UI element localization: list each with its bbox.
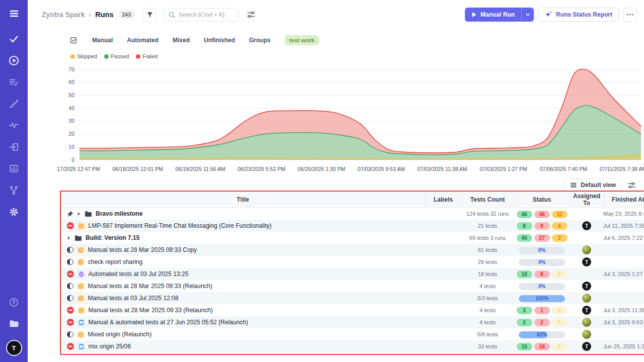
run-title-link[interactable]: Manual & automated tests at 27 Jun 2025 … <box>89 319 249 326</box>
filter-button[interactable] <box>143 8 156 22</box>
folder-icon <box>74 235 82 241</box>
expand-caret-icon[interactable] <box>77 212 81 216</box>
active-filter-badge[interactable]: test work <box>285 35 319 45</box>
run-row[interactable]: LMP-587 Implement Real-Time Chat Messagi… <box>61 220 644 232</box>
run-title-link[interactable]: LMP-587 Implement Real-Time Chat Messagi… <box>89 222 272 229</box>
runs-play-icon[interactable] <box>8 54 21 67</box>
legend-passed[interactable]: Passed <box>104 53 129 59</box>
finished-at-cell: May 23, 2025 8:49 AM <box>603 208 644 220</box>
milestones-steps-icon[interactable] <box>8 97 21 110</box>
passed-count-badge: 3 <box>517 307 532 314</box>
run-row[interactable]: Manual tests at 28 Mar 2025 09:33 Copy61… <box>61 244 644 256</box>
versions-branch-icon[interactable] <box>8 184 21 197</box>
tab-automated[interactable]: Automated <box>127 37 158 44</box>
default-view-button[interactable]: Default view <box>564 178 622 192</box>
run-row[interactable]: Bravo milestone124 tests 32 runs464632Ma… <box>61 208 644 220</box>
run-title-link[interactable]: Manual tests at 03 Jul 2025 12:08 <box>88 295 179 302</box>
sidebar: ? T <box>0 0 28 362</box>
tab-mixed[interactable]: Mixed <box>173 37 190 44</box>
bulk-select-icon[interactable] <box>69 36 78 45</box>
tab-unfinished[interactable]: Unfinished <box>204 37 235 44</box>
x-axis-label: 07/03/2025 9:53 AM <box>358 166 405 172</box>
runs-status-report-button[interactable]: Runs Status Report <box>538 8 619 22</box>
view-settings-sliders-icon[interactable] <box>627 181 636 190</box>
import-icon[interactable] <box>8 140 21 153</box>
run-row[interactable]: Manual tests at 03 Jul 2025 12:083/3 tes… <box>61 292 644 304</box>
run-row[interactable]: Automated tests at 03 Jul 2025 13:2518 t… <box>61 268 644 280</box>
tasks-check-icon[interactable] <box>8 32 21 45</box>
menu-icon[interactable] <box>8 7 21 20</box>
assigned-to-cell <box>570 232 603 244</box>
tab-groups[interactable]: Groups <box>249 37 271 44</box>
skipped-count-badge: 0 <box>552 343 568 350</box>
run-row[interactable]: Mixed origin (Relaunch)5/8 tests62% <box>61 328 644 340</box>
run-title-link[interactable]: Mixed origin (Relaunch) <box>88 331 152 338</box>
reports-chart-icon[interactable] <box>8 162 21 175</box>
legend-dot-icon <box>136 54 140 59</box>
run-title-group: Manual tests at 28 Mar 2025 09:33 (Relau… <box>67 307 425 314</box>
run-row[interactable]: Build: Version 7.1569 tests 3 runs40272J… <box>61 232 644 244</box>
manual-origin-icon <box>77 246 85 254</box>
search-input[interactable] <box>179 12 234 18</box>
breadcrumb-project[interactable]: Zyntra Spark <box>42 11 85 19</box>
status-cell: 100% <box>514 292 570 304</box>
expand-caret-icon[interactable] <box>67 236 71 240</box>
passed-count-badge: 46 <box>517 211 532 218</box>
column-header-tests-count[interactable]: Tests Count <box>461 192 514 208</box>
run-title-link[interactable]: Manual tests at 28 Mar 2025 09:33 Copy <box>88 246 197 253</box>
test-cases-list-icon[interactable] <box>8 75 21 88</box>
run-row[interactable]: Manual tests at 28 Mar 2025 09:33 (Relau… <box>61 304 644 316</box>
run-row[interactable]: Manual & automated tests at 27 Jun 2025 … <box>61 316 644 328</box>
finished-at-cell <box>603 244 644 256</box>
column-header-status[interactable]: Status <box>514 192 570 208</box>
search-box[interactable] <box>164 8 239 22</box>
failed-count-badge: 8 <box>534 270 550 278</box>
chart-legend: SkippedPassedFailed <box>70 53 157 59</box>
run-title-link[interactable]: Manual tests at 28 Mar 2025 09:33 (Relau… <box>88 283 212 290</box>
passed-count-badge: 15 <box>517 343 532 350</box>
column-header-labels[interactable]: Labels <box>425 192 461 208</box>
assignee-avatar: T <box>582 282 591 291</box>
failed-count-badge: 18 <box>534 343 550 350</box>
settings-gear-icon[interactable] <box>8 205 21 218</box>
run-title-link[interactable]: Automated tests at 03 Jul 2025 13:25 <box>89 270 189 278</box>
progress-label: 0% <box>519 283 565 290</box>
run-row[interactable]: Manual tests at 28 Mar 2025 09:33 (Relau… <box>61 280 644 292</box>
column-header-finished-at[interactable]: Finished At <box>603 192 644 208</box>
run-row[interactable]: check report sharing29 tests0%T <box>61 256 644 268</box>
legend-skipped[interactable]: Skipped <box>70 53 97 59</box>
activity-pulse-icon[interactable] <box>8 119 21 132</box>
progress-bar: 0% <box>519 259 565 266</box>
progress-bar: 62% <box>519 331 565 338</box>
tab-manual[interactable]: Manual <box>92 37 113 44</box>
documents-folder-icon[interactable] <box>8 317 21 330</box>
more-actions-button[interactable] <box>623 8 637 22</box>
in-progress-status-icon <box>67 283 73 290</box>
user-avatar[interactable]: T <box>7 341 21 355</box>
help-icon[interactable]: ? <box>8 296 21 309</box>
status-cell: 464632 <box>514 208 570 220</box>
column-header-assigned-to[interactable]: Assigned To <box>570 192 603 208</box>
manual-run-dropdown-button[interactable] <box>521 8 534 22</box>
tests-count-cell: 4 tests <box>461 280 514 292</box>
run-title-link[interactable]: Build: Version 7.15 <box>86 234 139 241</box>
failed-count-badge: 27 <box>534 234 550 242</box>
x-axis-label: 06/19/2025 11:56 AM <box>176 166 225 172</box>
run-row[interactable]: mix origin 25/0633 tests15180TJun 25, 20… <box>61 340 644 352</box>
x-axis-label: 17/2025 12:47 PM <box>57 166 100 172</box>
run-title-link[interactable]: Manual tests at 28 Mar 2025 09:33 (Relau… <box>89 307 213 314</box>
search-settings-sliders-icon[interactable] <box>247 10 256 19</box>
labels-cell <box>425 316 461 328</box>
run-title-link[interactable]: mix origin 25/06 <box>89 343 131 350</box>
legend-failed[interactable]: Failed <box>136 53 157 59</box>
stopped-status-icon <box>67 307 74 314</box>
run-title-link[interactable]: check report sharing <box>88 258 143 265</box>
manual-run-button[interactable]: Manual Run <box>465 8 521 22</box>
column-header-title[interactable]: Title <box>61 192 425 208</box>
play-icon <box>471 12 477 18</box>
assigned-to-cell <box>570 292 603 304</box>
page-title: Runs <box>95 11 113 19</box>
run-title-group: Manual tests at 28 Mar 2025 09:33 (Relau… <box>67 283 425 290</box>
run-title-link[interactable]: Bravo milestone <box>96 210 142 217</box>
finished-at-cell <box>603 280 644 292</box>
